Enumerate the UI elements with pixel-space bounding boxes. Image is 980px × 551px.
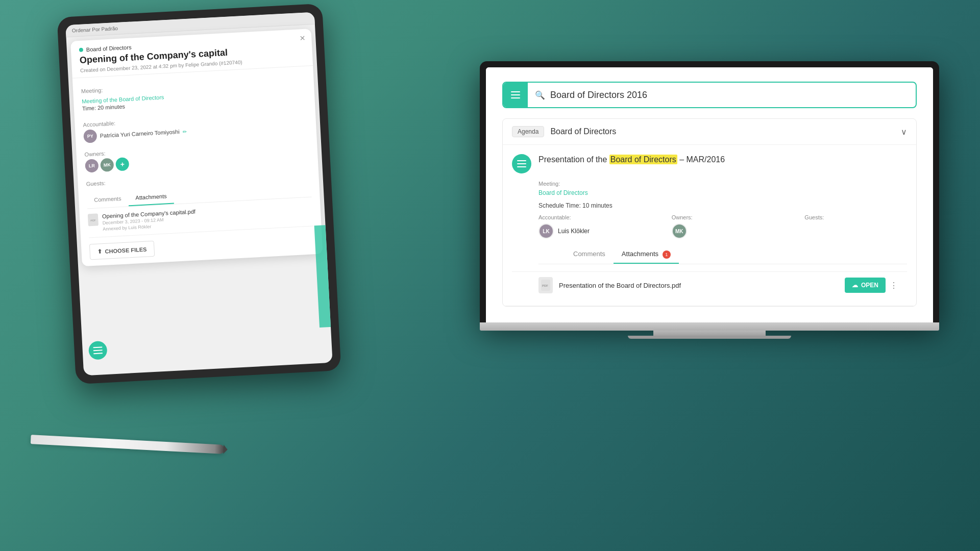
agenda-header[interactable]: Agenda Board of Directors ∨ [503, 119, 916, 145]
accountable-person-name: Luis Klökler [558, 228, 590, 235]
owner-avatar-1: LR [85, 159, 99, 172]
meeting-detail-label: Meeting: [538, 181, 907, 187]
laptop-screen-container: 🔍 Board of Directors 2016 Agenda Board o… [480, 61, 939, 322]
accountable-name: Patrícia Yuri Carneiro Tomiyoshi [100, 129, 180, 139]
hamburger-icon [511, 91, 520, 98]
title-prefix: Presentation of the [538, 155, 609, 164]
pdf-icon: PDF [88, 213, 99, 226]
open-button[interactable]: ☁ OPEN [845, 278, 886, 293]
cloud-icon: ☁ [852, 282, 858, 289]
meeting-details: Meeting: Board of Directors Schedule Tim… [512, 181, 907, 264]
accountable-avatar-lp: LK [538, 223, 554, 239]
laptop-attachment-name: Presentation of the Board of Directors.p… [559, 282, 845, 289]
laptop-screen: 🔍 Board of Directors 2016 Agenda Board o… [486, 67, 933, 322]
tablet-screen: Ordenar Por Padrão Board of Directors Op… [65, 12, 332, 376]
title-highlight: Board of Directors [609, 155, 677, 164]
tab-comments[interactable]: Comments [87, 191, 129, 208]
tablet-modal-body: Meeting: Meeting of the Board of Directo… [72, 66, 323, 266]
schedule-value: Schedule Time: 10 minutes [538, 202, 907, 209]
tab-attachments[interactable]: Attachments [128, 189, 175, 207]
accountable-col-label: Accountable: [538, 214, 641, 220]
guests-col: Guests: [804, 214, 907, 239]
search-menu-button[interactable] [503, 83, 528, 107]
meeting-field-row: Meeting: Board of Directors [538, 181, 907, 197]
owners-col-label: Owners: [672, 214, 774, 220]
add-owner-button[interactable]: + [115, 157, 129, 171]
laptop-device: 🔍 Board of Directors 2016 Agenda Board o… [480, 61, 939, 339]
meeting-detail-link[interactable]: Board of Directors [538, 189, 588, 196]
tablet-fab[interactable] [88, 341, 108, 360]
laptop-tab-bar: Comments Attachments 1 [538, 246, 907, 264]
laptop-foot [628, 336, 791, 339]
green-dot-icon [79, 48, 83, 52]
tablet-sidebar-strip [314, 225, 333, 328]
fab-icon [93, 346, 103, 354]
accountable-avatar: PY [83, 129, 97, 143]
tablet-device: Ordenar Por Padrão Board of Directors Op… [57, 4, 341, 384]
meeting-item-header: Presentation of the Board of Directors –… [512, 154, 907, 173]
svg-text:PDF: PDF [90, 219, 95, 222]
open-btn-label: OPEN [861, 282, 878, 289]
pdf-icon-lp: PDF [538, 277, 553, 293]
meeting-field-label: Meeting: [81, 77, 306, 94]
guests-col-label: Guests: [804, 214, 907, 220]
laptop-base [480, 322, 939, 331]
meeting-item-title: Presentation of the Board of Directors –… [538, 154, 725, 165]
attachments-badge: 1 [663, 251, 671, 259]
chevron-down-icon[interactable]: ∨ [901, 127, 907, 137]
owners-col: Owners: MK [672, 214, 774, 239]
meeting-item: Presentation of the Board of Directors –… [503, 145, 916, 306]
choose-files-label: CHOOSE FILES [105, 246, 146, 254]
choose-files-button[interactable]: ⬆ CHOOSE FILES [89, 241, 155, 260]
lp-tab-attachments[interactable]: Attachments 1 [614, 246, 679, 264]
more-options-icon[interactable]: ⋮ [890, 281, 898, 290]
title-suffix: – MAR/2016 [677, 155, 725, 164]
laptop-content: 🔍 Board of Directors 2016 Agenda Board o… [486, 67, 933, 321]
schedule-row: Schedule Time: 10 minutes [538, 202, 907, 209]
tablet-top-bar-label: Ordenar Por Padrão [72, 26, 118, 34]
agenda-badge: Agenda [512, 126, 544, 137]
search-text[interactable]: Board of Directors 2016 [550, 90, 647, 101]
accountable-col: Accountable: LK Luis Klökler [538, 214, 641, 239]
owners-section: Accountable: LK Luis Klökler Owners: MK [538, 214, 907, 239]
stylus-pencil [31, 435, 225, 454]
agenda-title: Board of Directors [550, 127, 901, 136]
owner-avatar-lp: MK [672, 223, 687, 239]
svg-text:PDF: PDF [542, 284, 548, 287]
agenda-section: Agenda Board of Directors ∨ [502, 118, 917, 307]
owner-avatar-2: MK [100, 158, 114, 172]
lp-tab-comments[interactable]: Comments [565, 246, 614, 264]
tablet-attachment-info: Opening of the Company's capital.pdf Dec… [102, 202, 313, 232]
search-bar: 🔍 Board of Directors 2016 [502, 82, 917, 108]
edit-icon[interactable]: ✏ [182, 129, 187, 134]
tablet-group-name: Board of Directors [86, 44, 132, 53]
list-icon [517, 160, 526, 167]
search-input-area[interactable]: 🔍 Board of Directors 2016 [528, 90, 916, 101]
accountable-with-name: LK Luis Klökler [538, 223, 641, 239]
search-icon: 🔍 [535, 90, 545, 100]
tablet-modal: Board of Directors Opening of the Compan… [70, 29, 323, 266]
meeting-item-icon [512, 154, 531, 173]
laptop-attachment-item: PDF Presentation of the Board of Directo… [512, 271, 907, 298]
laptop-stand [653, 331, 766, 336]
close-button[interactable]: ✕ [299, 34, 306, 43]
upload-icon: ⬆ [97, 248, 102, 255]
